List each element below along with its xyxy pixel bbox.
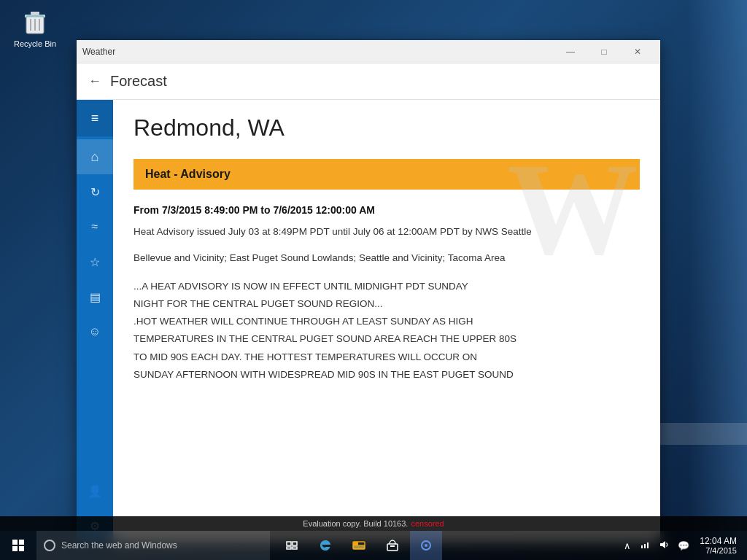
app-body: ≡ ⌂ ↻ ≈ ☆ ▤ ☺ 👤 (77, 100, 660, 543)
app-header-title: Forecast (110, 73, 167, 90)
svg-rect-18 (387, 544, 398, 551)
svg-rect-14 (293, 547, 297, 549)
hamburger-icon: ≡ (91, 111, 99, 126)
chevron-icon[interactable]: ∧ (621, 539, 634, 553)
recycle-bin-icon[interactable]: Recycle Bin (13, 7, 57, 48)
eval-text: Evaluation copy. Build 10163. (303, 519, 408, 528)
explorer-icon (352, 539, 365, 552)
cortana-button[interactable] (410, 531, 442, 560)
main-content: W Redmond, WA Heat - Advisory From 7/3/2… (113, 100, 660, 543)
svg-rect-13 (287, 547, 291, 549)
volume-svg (659, 540, 669, 550)
search-icon (44, 540, 55, 551)
taskbar-right: ∧ 💬 12:04 AM 7/4/2015 (621, 536, 747, 555)
window-title: Weather (82, 47, 554, 57)
lifestyle-icon: ☺ (89, 325, 101, 338)
account-icon: 👤 (88, 484, 102, 498)
sidebar-item-favorites[interactable]: ☆ (77, 244, 113, 279)
minimize-button[interactable]: — (554, 40, 587, 63)
home-icon: ⌂ (91, 149, 99, 165)
sidebar-item-lifestyle[interactable]: ☺ (77, 314, 113, 349)
sidebar-item-refresh[interactable]: ↻ (77, 174, 113, 209)
close-button[interactable]: ✕ (621, 40, 654, 63)
explorer-button[interactable] (343, 531, 375, 560)
advisory-areas: Bellevue and Vicinity; East Puget Sound … (133, 251, 640, 265)
sidebar-item-home[interactable]: ⌂ (77, 139, 113, 174)
window-controls: — □ ✕ (554, 40, 654, 63)
svg-rect-9 (12, 546, 18, 551)
recycle-bin-svg (20, 7, 50, 36)
clock-time: 12:04 AM (700, 536, 737, 546)
sidebar-item-chart[interactable]: ≈ (77, 209, 113, 244)
location-title: Redmond, WA (133, 114, 640, 141)
svg-rect-2 (31, 12, 39, 15)
advisory-body-5: TO MID 90S EACH DAY. THE HOTTEST TEMPERA… (133, 349, 640, 366)
network-icon[interactable] (637, 538, 653, 553)
refresh-icon: ↻ (90, 185, 100, 199)
news-icon: ▤ (90, 290, 101, 304)
sidebar-item-account[interactable]: 👤 (77, 473, 113, 508)
message-icon[interactable]: 💬 (675, 539, 692, 553)
store-icon (386, 539, 399, 552)
windows-icon (12, 540, 24, 551)
advisory-banner: Heat - Advisory (133, 159, 640, 190)
start-button[interactable] (0, 531, 36, 560)
cortana-icon (420, 540, 432, 551)
advisory-body-6: SUNDAY AFTERNOON WITH WIDESPREAD MID 90S… (133, 366, 640, 384)
taskbar-apps (276, 531, 442, 560)
taskbar-search[interactable]: Search the web and Windows (36, 531, 270, 560)
sidebar-menu-button[interactable]: ≡ (77, 100, 113, 136)
recycle-bin-label: Recycle Bin (14, 39, 56, 48)
search-text: Search the web and Windows (61, 540, 177, 551)
sidebar-item-news[interactable]: ▤ (77, 279, 113, 314)
weather-window: Weather — □ ✕ ← Forecast ≡ ⌂ ↻ ≈ (77, 40, 660, 543)
chart-icon: ≈ (92, 220, 98, 233)
sidebar: ≡ ⌂ ↻ ≈ ☆ ▤ ☺ 👤 (77, 100, 113, 543)
task-view-icon (286, 540, 298, 551)
maximize-button[interactable]: □ (587, 40, 621, 63)
svg-rect-11 (287, 542, 291, 545)
svg-rect-22 (641, 545, 643, 548)
star-icon: ☆ (90, 255, 100, 269)
store-button[interactable] (376, 531, 409, 560)
task-view-button[interactable] (276, 531, 308, 560)
advisory-time: From 7/3/2015 8:49:00 PM to 7/6/2015 12:… (133, 204, 640, 216)
advisory-description: Heat Advisory issued July 03 at 8:49PM P… (133, 225, 640, 239)
svg-rect-12 (293, 542, 297, 545)
advisory-body-3: .HOT WEATHER WILL CONTINUE THROUGH AT LE… (133, 313, 640, 330)
svg-rect-19 (390, 545, 395, 547)
eval-censored: censored (411, 519, 444, 528)
clock-date: 7/4/2015 (700, 546, 737, 555)
svg-rect-10 (19, 546, 24, 551)
svg-rect-17 (353, 545, 365, 549)
taskbar-clock[interactable]: 12:04 AM 7/4/2015 (695, 536, 741, 555)
svg-marker-25 (660, 541, 665, 548)
svg-rect-23 (644, 544, 646, 548)
svg-rect-8 (19, 540, 24, 545)
taskbar: Search the web and Windows (0, 531, 747, 560)
edge-button[interactable] (309, 531, 341, 560)
advisory-body-4: TEMPERATURES IN THE CENTRAL PUGET SOUND … (133, 330, 640, 348)
advisory-body: ...A HEAT ADVISORY IS NOW IN EFFECT UNTI… (133, 278, 640, 384)
advisory-body-1: ...A HEAT ADVISORY IS NOW IN EFFECT UNTI… (133, 278, 640, 295)
back-button[interactable]: ← (88, 74, 101, 89)
eval-bar: Evaluation copy. Build 10163. censored (0, 516, 747, 531)
advisory-body-2: NIGHT FOR THE CENTRAL PUGET SOUND REGION… (133, 295, 640, 313)
desktop-glow (689, 0, 747, 560)
network-svg (640, 540, 650, 550)
app-header: ← Forecast (77, 63, 660, 100)
svg-rect-24 (647, 542, 649, 548)
edge-icon (319, 539, 332, 552)
title-bar: Weather — □ ✕ (77, 40, 660, 63)
volume-icon[interactable] (656, 538, 672, 553)
svg-rect-7 (12, 540, 18, 545)
svg-point-21 (425, 544, 427, 547)
